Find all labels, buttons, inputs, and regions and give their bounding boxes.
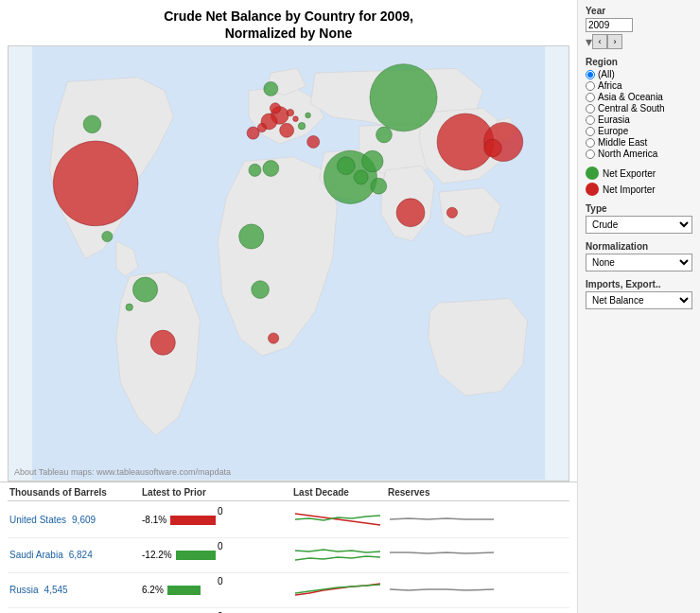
type-dropdown[interactable]: Crude Natural Gas Total Petroleum <box>586 216 692 234</box>
year-input-row <box>586 18 692 32</box>
bubble-nigeria[interactable] <box>239 224 264 249</box>
imports-dropdown[interactable]: Net Balance Imports Exports <box>586 291 692 309</box>
year-label: Year <box>586 6 692 16</box>
bar <box>176 551 216 560</box>
region-europe[interactable]: Europe <box>586 126 692 136</box>
region-central[interactable]: Central & South <box>586 103 692 114</box>
prev-year-button[interactable]: ‹ <box>592 34 607 49</box>
region-asia[interactable]: Asia & Oceania <box>586 92 692 102</box>
region-africa-label: Africa <box>598 80 622 91</box>
bubble-southafrica[interactable] <box>268 333 278 343</box>
bubble-canada[interactable] <box>83 115 101 133</box>
table-header: Thousands of Barrels Latest to Prior Las… <box>8 486 569 501</box>
map-watermark: About Tableau maps: www.tableausoftware.… <box>14 467 231 477</box>
region-all[interactable]: (All) <box>586 69 692 79</box>
value: 9,609 <box>70 514 97 526</box>
sparkline <box>291 540 386 570</box>
col-reserves: Reserves <box>386 486 499 499</box>
region-eurasia[interactable]: Eurasia <box>586 114 692 125</box>
region-europe-radio[interactable] <box>586 127 595 136</box>
bubble-iran[interactable] <box>362 151 383 172</box>
country-bar-cell: Saudi Arabia 6,824 <box>8 540 140 570</box>
country-bar-cell: United States 9,609 <box>8 505 140 535</box>
legend-green-dot <box>586 166 599 180</box>
type-section: Type Crude Natural Gas Total Petroleum <box>586 203 692 234</box>
pct-value: -8.1% <box>140 514 168 526</box>
bubble-brazil[interactable] <box>150 330 175 355</box>
region-middleeast[interactable]: Middle East <box>586 137 692 148</box>
bubble-europe3[interactable] <box>257 124 266 132</box>
bubble-ecuador[interactable] <box>126 304 132 310</box>
table-row: Saudi Arabia 6,824 -12.2% 0 <box>8 538 569 573</box>
country-name[interactable]: Saudi Arabia <box>8 549 65 561</box>
year-input[interactable] <box>586 18 633 32</box>
sparkline <box>291 575 386 605</box>
bubble-southkorea[interactable] <box>484 140 502 158</box>
region-asia-radio[interactable] <box>586 93 595 102</box>
bubble-netherlands[interactable] <box>270 103 280 114</box>
bubble-thailand[interactable] <box>446 208 457 219</box>
bubble-norway[interactable] <box>264 82 278 96</box>
norm-dropdown[interactable]: None GDP Population <box>586 254 692 271</box>
country-name[interactable]: Russia <box>8 584 41 596</box>
reserves <box>386 540 499 570</box>
region-northamerica[interactable]: North America <box>586 149 692 159</box>
sparkline <box>291 505 386 535</box>
bubble-turkey[interactable] <box>307 136 320 149</box>
col-latest: Latest to Prior <box>140 486 216 499</box>
bubble-algeria[interactable] <box>249 165 261 177</box>
zero-val: 0 <box>216 540 291 570</box>
region-northamerica-radio[interactable] <box>586 149 595 159</box>
legend-exporter: Net Exporter <box>586 166 692 180</box>
pct-bar-cell: -12.2% <box>140 540 216 570</box>
table-row: Russia 4,545 6.2% 0 <box>8 573 569 608</box>
country-name[interactable]: United States <box>8 514 68 526</box>
bubble-europe2[interactable] <box>293 116 299 122</box>
region-asia-label: Asia & Oceania <box>598 92 663 102</box>
region-all-radio[interactable] <box>586 70 595 79</box>
imports-label: Imports, Export.. <box>586 279 692 289</box>
region-africa-radio[interactable] <box>586 81 595 91</box>
region-radio-group: (All) Africa Asia & Oceania Central & So… <box>586 69 692 159</box>
bubble-iraq[interactable] <box>337 157 355 175</box>
bubble-europe4[interactable] <box>298 123 305 130</box>
table-area: Thousands of Barrels Latest to Prior Las… <box>0 482 577 614</box>
bubble-angola[interactable] <box>252 281 270 299</box>
region-middleeast-radio[interactable] <box>586 138 595 148</box>
bubble-uae[interactable] <box>371 179 387 195</box>
region-eurasia-radio[interactable] <box>586 115 595 125</box>
region-label: Region <box>586 57 692 67</box>
sparkline <box>291 610 386 614</box>
bubble-kazakhstan[interactable] <box>376 127 393 143</box>
legend-exporter-label: Net Exporter <box>603 168 656 179</box>
bubble-kuwait[interactable] <box>354 170 368 184</box>
year-section: Year ▾ ‹ › <box>586 6 692 49</box>
bar <box>170 516 216 525</box>
region-central-radio[interactable] <box>586 104 595 114</box>
bubble-russia[interactable] <box>370 64 437 131</box>
bubble-libya[interactable] <box>263 161 279 177</box>
bubble-europe1[interactable] <box>287 110 293 116</box>
legend-importer: Net Importer <box>586 183 692 196</box>
zero-val: 0 <box>216 505 291 535</box>
slider-icon: ▾ <box>586 34 592 49</box>
bubble-europe5[interactable] <box>306 113 311 118</box>
next-year-button[interactable]: › <box>607 34 622 49</box>
col-country: Thousands of Barrels <box>8 486 140 499</box>
norm-section: Normalization None GDP Population <box>586 241 692 271</box>
bubble-india[interactable] <box>396 199 425 227</box>
reserves <box>386 610 499 614</box>
value: 6,824 <box>67 549 95 561</box>
region-africa[interactable]: Africa <box>586 80 692 91</box>
bubble-usa[interactable] <box>53 141 138 226</box>
legend-importer-label: Net Importer <box>603 184 656 195</box>
reserves <box>386 505 499 535</box>
bubble-italy[interactable] <box>280 124 294 138</box>
col-empty <box>216 486 291 499</box>
region-all-label: (All) <box>598 69 615 79</box>
bubble-venezuela[interactable] <box>132 277 157 302</box>
bubble-mexico-g[interactable] <box>102 232 113 242</box>
col-decade: Last Decade <box>291 486 386 499</box>
table-row: United States 9,609 -8.1% 0 <box>8 503 569 538</box>
pct-value: -12.2% <box>140 549 174 561</box>
